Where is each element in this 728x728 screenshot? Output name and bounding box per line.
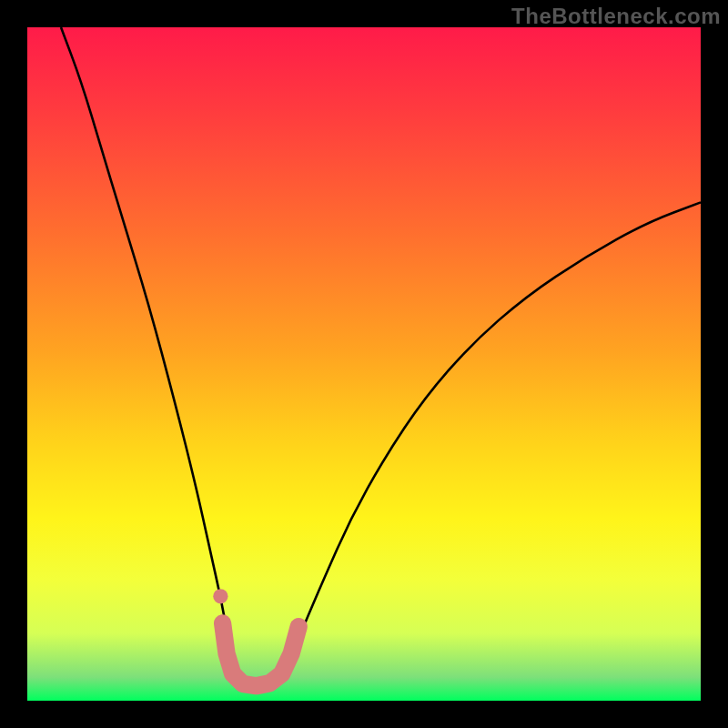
- bottleneck-chart: [27, 27, 701, 701]
- chart-frame: TheBottleneck.com: [0, 0, 728, 728]
- highlight-dot: [213, 589, 228, 603]
- watermark-text: TheBottleneck.com: [511, 4, 721, 29]
- plot-background: [27, 27, 701, 701]
